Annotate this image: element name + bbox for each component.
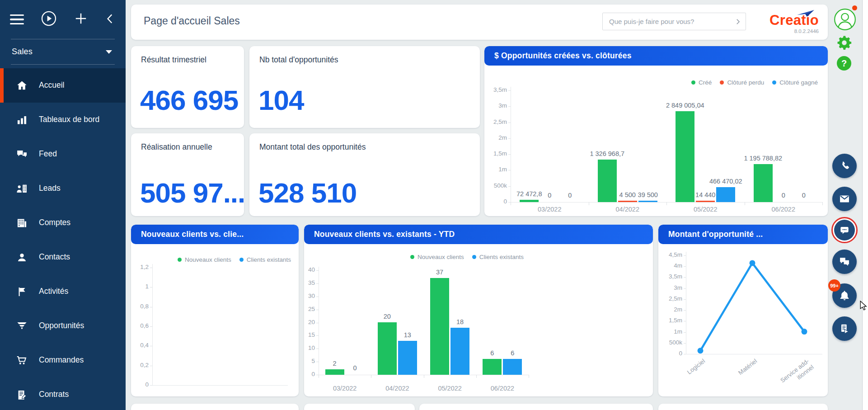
- kpi-value: 104: [258, 84, 304, 116]
- bar-value-label: 0: [770, 192, 828, 199]
- y-axis-tick-label: 4,5m: [658, 251, 682, 258]
- bell-icon: [838, 289, 851, 302]
- legend-item[interactable]: Nouveaux clients: [410, 254, 464, 260]
- legend-item[interactable]: Clôturé perdu: [720, 79, 764, 86]
- chart-header[interactable]: $ Opportunités créées vs. clôturées: [484, 46, 828, 66]
- logo-arrow-icon: [796, 9, 815, 19]
- legend-item[interactable]: Créé: [691, 79, 712, 86]
- workspace-selector[interactable]: Sales: [0, 39, 126, 64]
- y-axis-tick-label: 500k: [484, 182, 507, 189]
- y-axis-tick-label: 20: [304, 319, 315, 325]
- y-axis-line: [319, 267, 319, 375]
- search-submit-icon[interactable]: [730, 13, 746, 30]
- partial-card[interactable]: [131, 404, 299, 410]
- home-icon: [14, 77, 30, 94]
- y-axis-tick-label: 500k: [658, 339, 682, 346]
- x-axis-tick-label: 05/2022: [666, 206, 745, 213]
- partial-card[interactable]: [419, 404, 653, 410]
- chart-opportunity-amount: Montant d'opportunité ... 4,5m4m3,5m3m2,…: [658, 225, 828, 396]
- x-axis-tick: [822, 202, 823, 205]
- kpi-card-quarter-result[interactable]: Résultat trimestriel 466 695: [131, 46, 244, 128]
- process-doc-icon: [838, 322, 851, 335]
- kpi-title: Réalisation annuelle: [141, 142, 212, 152]
- sidebar-item-label: Activités: [39, 286, 108, 297]
- sidebar: Sales AccueilTableaux de bordFeedLeadsCo…: [0, 0, 126, 410]
- search-input[interactable]: [603, 13, 730, 30]
- sidebar-item-feed[interactable]: Feed: [0, 137, 126, 171]
- bar: [430, 278, 449, 375]
- sidebar-item-opportunities[interactable]: Opportunités: [0, 309, 126, 343]
- y-axis-tick-label: 0: [304, 371, 315, 377]
- sidebar-item-label: Commandes: [39, 355, 108, 365]
- y-axis-line: [152, 264, 153, 385]
- chart-header[interactable]: Montant d'opportunité ...: [658, 225, 828, 244]
- phone-button[interactable]: [832, 154, 857, 178]
- sidebar-item-home[interactable]: Accueil: [0, 68, 126, 103]
- bar: [618, 201, 637, 202]
- collapse-sidebar-icon[interactable]: [104, 11, 116, 28]
- bar-value-label: 1 326 968,7: [573, 150, 641, 157]
- sidebar-item-accounts[interactable]: Comptes: [0, 206, 126, 240]
- x-axis-tick-label: Logiciel: [662, 358, 707, 395]
- sidebar-nav: AccueilTableaux de bordFeedLeadsComptesC…: [0, 68, 126, 410]
- bar: [696, 201, 715, 202]
- legend-item[interactable]: Clients existants: [472, 254, 524, 260]
- envelope-icon: [838, 193, 851, 205]
- kpi-card-annual-realization[interactable]: Réalisation annuelle 505 97...: [131, 133, 244, 216]
- legend-item[interactable]: Clients existants: [239, 256, 291, 263]
- help-icon[interactable]: ?: [837, 56, 851, 71]
- opportunities-icon: [14, 318, 30, 334]
- kpi-card-total-opportunities[interactable]: Nb total d'opportunités 104: [249, 46, 480, 128]
- y-axis-tick-label: 0,4: [131, 342, 149, 349]
- y-axis-tick-label: 0,2: [131, 362, 149, 368]
- bar-value-label: 6: [479, 349, 546, 357]
- mouse-cursor: [859, 301, 868, 312]
- user-avatar[interactable]: [834, 8, 856, 33]
- y-axis-tick-label: 0: [131, 381, 149, 388]
- chart-header[interactable]: Nouveaux clients vs. clie...: [131, 225, 299, 244]
- partial-card[interactable]: [304, 404, 415, 410]
- kpi-value: 528 510: [258, 177, 357, 209]
- scrollbar[interactable]: [862, 0, 868, 410]
- bar: [638, 201, 657, 202]
- x-axis-tick: [511, 202, 511, 205]
- chat-button[interactable]: [831, 217, 858, 243]
- assistant-search: [602, 13, 746, 30]
- sidebar-item-dashboards[interactable]: Tableaux de bord: [0, 103, 126, 137]
- x-axis-tick: [319, 375, 319, 378]
- sidebar-item-leads[interactable]: Leads: [0, 171, 126, 206]
- y-axis-tick-label: 25: [304, 306, 315, 312]
- kpi-value: 466 695: [140, 84, 238, 116]
- x-axis-tick: [745, 202, 745, 205]
- y-axis-tick-label: 15: [304, 331, 315, 338]
- hamburger-menu-icon[interactable]: [10, 14, 24, 24]
- process-log-button[interactable]: [832, 316, 857, 341]
- bar-value-label: 37: [406, 269, 474, 276]
- legend-item[interactable]: Clôturé gagné: [772, 79, 818, 86]
- accounts-icon: [14, 215, 30, 231]
- notification-dot: [852, 5, 857, 10]
- sidebar-item-orders[interactable]: Commandes: [0, 343, 126, 377]
- messages-button[interactable]: [832, 250, 857, 274]
- email-button[interactable]: [832, 187, 857, 211]
- kpi-card-total-amount[interactable]: Montant total des opportunités 528 510: [249, 133, 480, 216]
- chart-header[interactable]: Nouveaux clients vs. existants - YTD: [304, 225, 653, 244]
- run-process-icon[interactable]: [41, 10, 57, 28]
- settings-gear-icon[interactable]: [836, 34, 853, 53]
- x-axis-tick: [589, 202, 589, 205]
- bar: [520, 200, 539, 202]
- sidebar-item-contracts[interactable]: Contrats: [0, 377, 126, 410]
- sidebar-item-activities[interactable]: Activités: [0, 274, 126, 309]
- legend-item[interactable]: Nouveaux clients: [178, 256, 231, 263]
- y-axis-line: [686, 252, 686, 354]
- activities-icon: [14, 283, 30, 300]
- add-icon[interactable]: [74, 12, 88, 27]
- y-axis-tick-label: 40: [304, 266, 315, 273]
- app-version: 8.0.2.2446: [756, 28, 819, 34]
- legend-dot-icon: [239, 258, 244, 262]
- partial-card[interactable]: [658, 404, 828, 410]
- sidebar-item-contacts[interactable]: Contacts: [0, 240, 126, 274]
- y-axis-tick-label: 1,5m: [658, 317, 682, 324]
- x-axis-tick-label: 06/2022: [476, 385, 529, 392]
- kpi-title: Nb total d'opportunités: [259, 55, 338, 65]
